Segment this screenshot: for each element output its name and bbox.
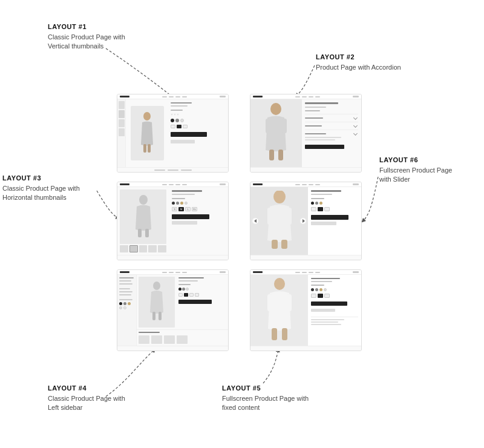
layout3-label: LAYOUT #3	[2, 174, 41, 182]
svg-rect-15	[286, 208, 292, 225]
layout1-desc: Classic Product Page withVertical thumbn…	[48, 33, 125, 51]
svg-point-3	[270, 103, 281, 115]
svg-rect-4	[269, 150, 274, 160]
layout4-desc: Classic Product Page withLeft sidebar	[48, 394, 125, 413]
layout3-desc: Classic Product Page withHorizontal thum…	[2, 184, 80, 203]
svg-rect-13	[281, 240, 287, 249]
svg-point-16	[153, 282, 160, 290]
layout4-label: LAYOUT #4	[48, 384, 87, 392]
svg-rect-9	[138, 229, 142, 237]
svg-rect-20	[272, 328, 277, 340]
screen-layout3[interactable]: S M L XL	[117, 182, 229, 260]
svg-point-19	[274, 278, 285, 290]
svg-rect-18	[159, 312, 162, 320]
screen-layout1[interactable]	[117, 94, 229, 173]
svg-point-0	[143, 112, 151, 120]
svg-rect-17	[152, 312, 155, 320]
layout2-label: LAYOUT #2	[316, 53, 355, 61]
svg-point-11	[273, 191, 286, 203]
svg-rect-5	[278, 150, 283, 160]
layout5-desc: Fullscreen Product Page withfixed conten…	[222, 394, 309, 413]
layout2-desc: Product Page with Accordion	[316, 63, 401, 72]
screen-layout5[interactable]	[250, 269, 362, 351]
svg-rect-2	[148, 144, 151, 153]
layout6-desc: Fullscreen Product Pagewith Slider	[379, 166, 452, 185]
screen-layout4[interactable]	[117, 269, 229, 351]
screen-layout6[interactable]	[250, 182, 362, 260]
svg-rect-22	[267, 294, 272, 311]
layout1-label: LAYOUT #1	[48, 23, 87, 30]
layout5-label: LAYOUT #5	[222, 384, 261, 392]
svg-rect-10	[145, 229, 149, 237]
svg-rect-7	[282, 119, 287, 133]
svg-rect-21	[282, 328, 287, 340]
screen-layout2[interactable]	[250, 94, 362, 173]
svg-rect-1	[143, 144, 146, 153]
svg-point-8	[139, 195, 148, 205]
svg-rect-12	[272, 240, 278, 249]
svg-rect-23	[287, 294, 292, 311]
layout6-label: LAYOUT #6	[379, 156, 418, 163]
svg-rect-14	[267, 208, 273, 225]
svg-rect-6	[266, 119, 270, 133]
